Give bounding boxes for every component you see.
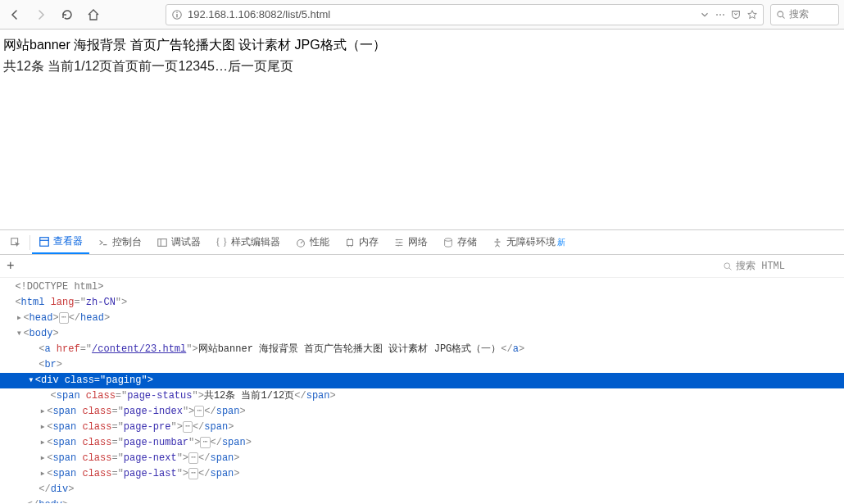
chevron-down-icon[interactable] (699, 9, 710, 20)
tab-memory[interactable]: 内存 (338, 231, 385, 254)
dom-div-close[interactable]: </div> (0, 482, 844, 497)
devtools-panel: 查看器 控制台 调试器 { } 样式编辑器 性能 内存 网络 存储 (0, 229, 844, 503)
svg-line-11 (301, 241, 303, 243)
svg-point-3 (778, 11, 783, 16)
svg-point-24 (496, 238, 498, 241)
svg-line-26 (729, 267, 732, 270)
svg-rect-1 (176, 13, 177, 16)
search-html-box[interactable]: 搜索 HTML (723, 259, 837, 273)
dom-doctype[interactable]: <!DOCTYPE html> (0, 279, 844, 295)
tab-inspector[interactable]: 查看器 (32, 231, 89, 254)
url-bar[interactable]: ⋯ (166, 4, 764, 25)
tab-accessibility[interactable]: 无障碍环境 新 (485, 231, 572, 254)
info-icon (171, 9, 183, 20)
tab-storage[interactable]: 存储 (436, 231, 483, 254)
browser-toolbar: ⋯ 搜索 (0, 0, 844, 30)
devtools-subbar: + 搜索 HTML (0, 255, 844, 278)
star-icon[interactable] (746, 9, 758, 20)
reload-button[interactable] (57, 5, 77, 25)
tab-debugger[interactable]: 调试器 (150, 231, 207, 254)
dom-body-open[interactable]: ▾<body> (0, 326, 844, 342)
dom-page-status[interactable]: <span class="page-status">共12条 当前1/12页</… (0, 388, 844, 404)
svg-point-21 (399, 242, 401, 243)
devtools-pick-element[interactable] (3, 231, 28, 254)
page-status-text: 共12条 当前1/12页 (3, 59, 112, 73)
dom-html-open[interactable]: <html lang="zh-CN"> (0, 295, 844, 311)
paging-bar: 共12条 当前1/12页首页前一页12345…后一页尾页 (3, 56, 844, 77)
tab-network[interactable]: 网络 (387, 231, 434, 254)
dom-a[interactable]: <a href="/content/23.html">网站banner 海报背景… (0, 342, 844, 357)
add-button[interactable]: + (7, 259, 15, 274)
page-item-link[interactable]: 网站banner 海报背景 首页广告轮播大图 设计素材 JPG格式（一） (3, 38, 386, 52)
back-button[interactable] (5, 5, 25, 25)
dom-page-last[interactable]: ▸<span class="page-last">⋯</span> (0, 466, 844, 482)
tab-console[interactable]: 控制台 (91, 231, 148, 254)
svg-rect-6 (40, 237, 49, 246)
search-icon (776, 10, 786, 20)
page-nav-links[interactable]: 首页前一页12345…后一页尾页 (112, 59, 293, 73)
dom-head[interactable]: ▸<head>⋯</head> (0, 311, 844, 326)
svg-point-22 (397, 244, 399, 246)
dom-page-next[interactable]: ▸<span class="page-next">⋯</span> (0, 451, 844, 466)
dom-tree[interactable]: <!DOCTYPE html> <html lang="zh-CN"> ▸<he… (0, 278, 844, 503)
dom-div-paging[interactable]: ▾<div class="paging"> (0, 373, 844, 388)
forward-button[interactable] (31, 5, 51, 25)
more-icon[interactable]: ⋯ (715, 9, 725, 20)
page-content-area: 网站banner 海报背景 首页广告轮播大图 设计素材 JPG格式（一） 共12… (0, 30, 844, 229)
svg-rect-8 (158, 238, 167, 246)
dom-page-numbar[interactable]: ▸<span class="page-numbar">⋯</span> (0, 435, 844, 451)
svg-rect-2 (176, 11, 177, 12)
tab-performance[interactable]: 性能 (288, 231, 336, 254)
svg-rect-12 (347, 239, 352, 245)
dom-br[interactable]: <br> (0, 357, 844, 373)
devtools-tabs: 查看器 控制台 调试器 { } 样式编辑器 性能 内存 网络 存储 (0, 230, 844, 255)
svg-line-4 (783, 16, 785, 18)
dom-page-index[interactable]: ▸<span class="page-index">⋯</span> (0, 404, 844, 420)
home-button[interactable] (84, 5, 103, 25)
browser-search-box[interactable]: 搜索 (770, 4, 839, 25)
search-icon (723, 261, 733, 271)
pocket-icon[interactable] (730, 9, 742, 20)
dom-body-close[interactable]: </body> (0, 497, 844, 503)
svg-point-20 (396, 238, 397, 240)
svg-point-23 (444, 238, 451, 241)
search-placeholder: 搜索 (789, 7, 809, 21)
dom-page-pre[interactable]: ▸<span class="page-pre">⋯</span> (0, 420, 844, 435)
url-input[interactable] (188, 8, 694, 20)
svg-point-25 (724, 262, 730, 268)
tab-style-editor[interactable]: { } 样式编辑器 (209, 231, 287, 254)
